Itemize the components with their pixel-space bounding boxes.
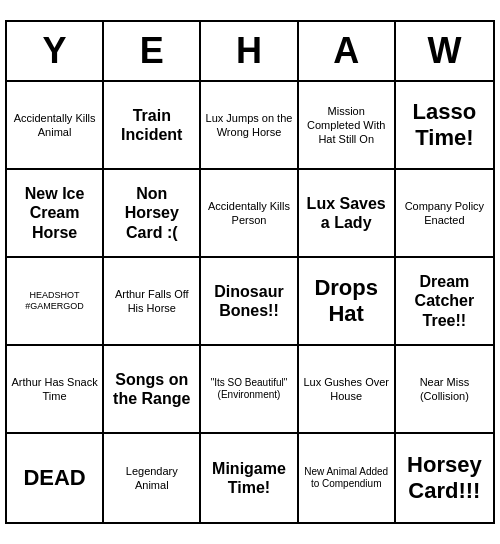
header-letter-W: W — [396, 22, 493, 80]
cell-10[interactable]: HEADSHOT #GAMERGOD — [7, 258, 104, 346]
cell-13[interactable]: Drops Hat — [299, 258, 396, 346]
cell-text-16: Songs on the Range — [108, 370, 195, 408]
cell-7[interactable]: Accidentally Kills Person — [201, 170, 298, 258]
cell-3[interactable]: Mission Completed With Hat Still On — [299, 82, 396, 170]
cell-text-18: Lux Gushes Over House — [303, 375, 390, 404]
cell-text-9: Company Policy Enacted — [400, 199, 489, 228]
cell-22[interactable]: Minigame Time! — [201, 434, 298, 522]
cell-text-1: Train Incident — [108, 106, 195, 144]
cell-text-11: Arthur Falls Off His Horse — [108, 287, 195, 316]
cell-text-24: Horsey Card!!! — [400, 452, 489, 505]
bingo-header: YEHAW — [7, 22, 493, 82]
cell-4[interactable]: Lasso Time! — [396, 82, 493, 170]
cell-6[interactable]: Non Horsey Card :( — [104, 170, 201, 258]
cell-0[interactable]: Accidentally Kills Animal — [7, 82, 104, 170]
cell-text-12: Dinosaur Bones!! — [205, 282, 292, 320]
cell-text-17: "Its SO Beautiful" (Environment) — [205, 377, 292, 401]
cell-16[interactable]: Songs on the Range — [104, 346, 201, 434]
cell-text-20: DEAD — [23, 465, 85, 491]
cell-text-23: New Animal Added to Compendium — [303, 466, 390, 490]
header-letter-H: H — [201, 22, 298, 80]
cell-20[interactable]: DEAD — [7, 434, 104, 522]
cell-2[interactable]: Lux Jumps on the Wrong Horse — [201, 82, 298, 170]
cell-21[interactable]: Legendary Animal — [104, 434, 201, 522]
cell-text-2: Lux Jumps on the Wrong Horse — [205, 111, 292, 140]
cell-17[interactable]: "Its SO Beautiful" (Environment) — [201, 346, 298, 434]
cell-14[interactable]: Dream Catcher Tree!! — [396, 258, 493, 346]
cell-text-8: Lux Saves a Lady — [303, 194, 390, 232]
cell-text-13: Drops Hat — [303, 275, 390, 328]
cell-24[interactable]: Horsey Card!!! — [396, 434, 493, 522]
header-letter-E: E — [104, 22, 201, 80]
cell-text-0: Accidentally Kills Animal — [11, 111, 98, 140]
cell-11[interactable]: Arthur Falls Off His Horse — [104, 258, 201, 346]
cell-text-10: HEADSHOT #GAMERGOD — [11, 290, 98, 312]
cell-23[interactable]: New Animal Added to Compendium — [299, 434, 396, 522]
cell-19[interactable]: Near Miss (Collision) — [396, 346, 493, 434]
bingo-card: YEHAW Accidentally Kills AnimalTrain Inc… — [5, 20, 495, 524]
cell-text-21: Legendary Animal — [108, 464, 195, 493]
cell-text-7: Accidentally Kills Person — [205, 199, 292, 228]
cell-text-5: New Ice Cream Horse — [11, 184, 98, 242]
cell-text-15: Arthur Has Snack Time — [11, 375, 98, 404]
cell-text-22: Minigame Time! — [205, 459, 292, 497]
bingo-grid: Accidentally Kills AnimalTrain IncidentL… — [7, 82, 493, 522]
cell-text-19: Near Miss (Collision) — [400, 375, 489, 404]
cell-text-14: Dream Catcher Tree!! — [400, 272, 489, 330]
cell-5[interactable]: New Ice Cream Horse — [7, 170, 104, 258]
cell-1[interactable]: Train Incident — [104, 82, 201, 170]
cell-text-4: Lasso Time! — [400, 99, 489, 152]
cell-9[interactable]: Company Policy Enacted — [396, 170, 493, 258]
cell-18[interactable]: Lux Gushes Over House — [299, 346, 396, 434]
cell-15[interactable]: Arthur Has Snack Time — [7, 346, 104, 434]
cell-8[interactable]: Lux Saves a Lady — [299, 170, 396, 258]
cell-text-3: Mission Completed With Hat Still On — [303, 104, 390, 147]
cell-text-6: Non Horsey Card :( — [108, 184, 195, 242]
header-letter-Y: Y — [7, 22, 104, 80]
cell-12[interactable]: Dinosaur Bones!! — [201, 258, 298, 346]
header-letter-A: A — [299, 22, 396, 80]
